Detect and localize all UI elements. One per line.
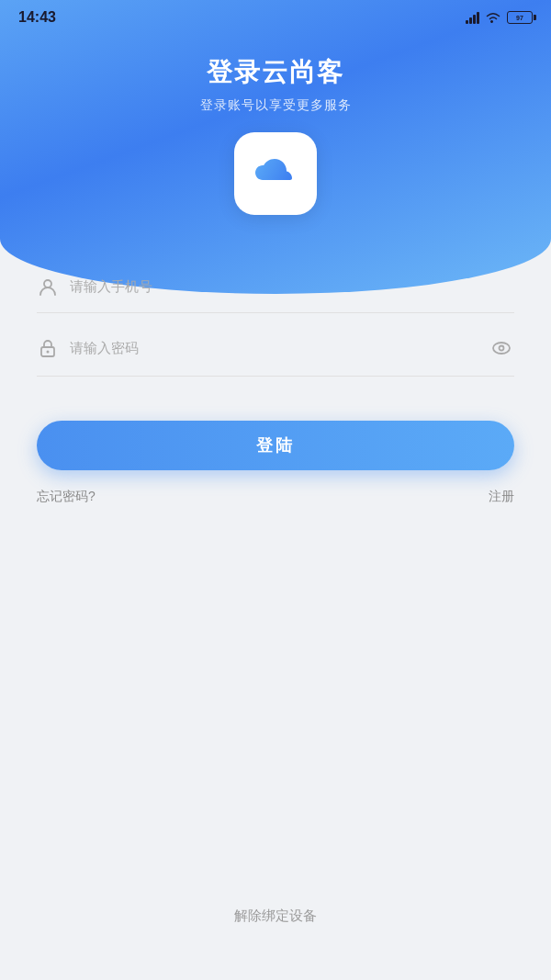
forgot-password-link[interactable]: 忘记密码?: [37, 489, 96, 505]
password-input[interactable]: [70, 340, 489, 356]
user-icon: [37, 276, 59, 298]
signal-icon: [466, 11, 479, 24]
svg-point-4: [500, 346, 504, 351]
sub-title: 登录账号以享受更多服务: [200, 97, 352, 114]
status-icons: 97: [466, 11, 533, 24]
status-time: 14:43: [18, 9, 56, 26]
main-content: 登录云尚客 登录账号以享受更多服务: [0, 0, 551, 980]
unbind-device-link[interactable]: 解除绑定设备: [234, 907, 317, 923]
battery-icon: 97: [507, 11, 533, 24]
form-area: 登陆 忘记密码? 注册: [37, 261, 514, 505]
phone-input[interactable]: [70, 278, 514, 295]
svg-point-3: [493, 343, 510, 354]
wifi-icon: [485, 11, 501, 24]
main-title: 登录云尚客: [200, 55, 352, 90]
links-row: 忘记密码? 注册: [37, 489, 514, 505]
password-input-group: [37, 321, 514, 377]
battery-level: 97: [516, 15, 523, 21]
toggle-password-icon[interactable]: [489, 335, 514, 361]
title-section: 登录云尚客 登录账号以享受更多服务: [200, 55, 352, 114]
status-bar: 14:43 97: [0, 0, 551, 33]
register-link[interactable]: 注册: [489, 489, 514, 505]
phone-input-group: [37, 261, 514, 313]
svg-point-0: [44, 280, 51, 287]
cloud-logo: [250, 156, 301, 191]
unbind-section: 解除绑定设备: [0, 907, 551, 925]
login-button[interactable]: 登陆: [37, 421, 514, 470]
svg-point-2: [47, 351, 50, 354]
logo-container: [234, 132, 317, 215]
lock-icon: [37, 337, 59, 359]
